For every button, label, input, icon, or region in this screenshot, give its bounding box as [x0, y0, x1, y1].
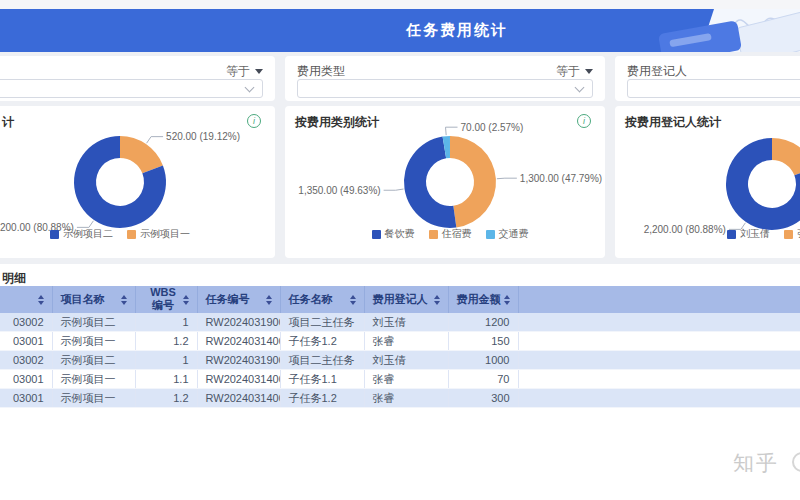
expense-detail-table: 项目名称WBS 编号任务编号任务名称费用登记人费用金额03002示例项目二1RW… [0, 286, 800, 408]
table-cell: 子任务1.2 [280, 332, 364, 351]
leader-line [384, 189, 404, 190]
sort-icon[interactable] [183, 295, 189, 305]
filter-label: 费用类型 [297, 63, 345, 80]
table-cell: 1.2 [135, 389, 197, 408]
table-cell: 1 [135, 351, 197, 370]
table-cell: 1.1 [135, 370, 197, 389]
legend-label: 交通费 [499, 227, 529, 241]
table-cell: 70 [448, 370, 518, 389]
chart-legend: 餐饮费住宿费交通费 [325, 227, 575, 241]
column-header [518, 286, 800, 313]
table-cell: 1 [135, 313, 197, 332]
table-cell [518, 351, 800, 370]
table-cell: 示例项目二 [52, 351, 135, 370]
card-stripe [669, 33, 712, 47]
column-label: 任务名称 [289, 292, 333, 307]
table-cell: 03001 [0, 389, 52, 408]
table-cell: 03001 [0, 332, 52, 351]
filter-card-registrant: 费用登记人 [615, 56, 800, 101]
chevron-down-icon [575, 83, 585, 93]
match-operator-dropdown[interactable]: 等于 [226, 63, 263, 80]
legend-item[interactable]: 住宿费 [429, 227, 472, 241]
chart-legend: 刘玉倩张睿 [647, 227, 800, 241]
table-row[interactable]: 03002示例项目二1RW20240319005项目二主任务刘玉倩1000 [0, 351, 800, 370]
column-label: 费用金额 [457, 292, 501, 307]
sort-icon[interactable] [266, 295, 272, 305]
operator-label: 等于 [226, 63, 250, 80]
table-row[interactable]: 03001示例项目一1.2RW20240314006子任务1.2张睿150 [0, 332, 800, 351]
table-cell: 1000 [448, 351, 518, 370]
legend-marker-icon [429, 230, 438, 239]
project-select[interactable] [0, 79, 263, 98]
sort-icon[interactable] [350, 295, 356, 305]
legend-item[interactable]: 刘玉倩 [727, 227, 770, 241]
table-cell: 项目二主任务 [280, 313, 364, 332]
column-header[interactable] [0, 286, 52, 313]
column-header[interactable]: WBS 编号 [135, 286, 197, 313]
sort-icon[interactable] [121, 295, 127, 305]
table-cell: 150 [448, 332, 518, 351]
column-label: 项目名称 [61, 292, 105, 307]
caret-down-icon [255, 69, 263, 74]
table-cell: RW20240314005 [197, 370, 280, 389]
registrant-select[interactable] [627, 79, 800, 98]
legend-item[interactable]: 餐饮费 [372, 227, 415, 241]
table-row[interactable]: 03001示例项目一1.2RW20240314006子任务1.2张睿300 [0, 389, 800, 408]
legend-marker-icon [50, 230, 59, 239]
table-cell: 03002 [0, 313, 52, 332]
match-operator-dropdown[interactable]: 等于 [556, 63, 593, 80]
column-header[interactable]: 任务名称 [280, 286, 364, 313]
table-cell [518, 313, 800, 332]
table-header-row: 项目名称WBS 编号任务编号任务名称费用登记人费用金额 [0, 286, 800, 313]
table-row[interactable]: 03002示例项目二1RW20240319005项目二主任务刘玉倩1200 [0, 313, 800, 332]
table-cell: 项目二主任务 [280, 351, 364, 370]
sort-icon[interactable] [434, 295, 440, 305]
column-header[interactable]: 项目名称 [52, 286, 135, 313]
chart-legend: 示例项目二示例项目一 [0, 227, 245, 241]
legend-item[interactable]: 张睿 [784, 227, 800, 241]
column-label: 任务编号 [206, 292, 250, 307]
legend-item[interactable]: 示例项目一 [127, 227, 190, 241]
table-cell: 张睿 [364, 389, 448, 408]
table-cell: 张睿 [364, 332, 448, 351]
filter-card-expense-type: 费用类型 等于 [285, 56, 605, 101]
legend-item[interactable]: 示例项目二 [50, 227, 113, 241]
column-label: 费用登记人 [373, 292, 428, 307]
legend-item[interactable]: 交通费 [486, 227, 529, 241]
table-cell: 1.2 [135, 332, 197, 351]
table-cell: 示例项目一 [52, 389, 135, 408]
legend-label: 示例项目二 [63, 227, 113, 241]
chart-card-registrant: 按费用登记人统计 i 2,200.00 (80.88%) 刘玉倩张睿 [615, 106, 800, 258]
table-cell: RW20240314006 [197, 332, 280, 351]
expense-type-select[interactable] [297, 79, 593, 98]
column-header[interactable]: 任务编号 [197, 286, 280, 313]
slice-label: 70.00 (2.57%) [461, 122, 524, 133]
column-header[interactable]: 费用登记人 [364, 286, 448, 313]
table-row[interactable]: 03001示例项目一1.1RW20240314005子任务1.1张睿70 [0, 370, 800, 389]
donut-slice[interactable] [120, 136, 163, 173]
table-cell: 刘玉倩 [364, 351, 448, 370]
top-strip [0, 0, 800, 9]
table-cell: 示例项目二 [52, 313, 135, 332]
legend-marker-icon [372, 230, 381, 239]
donut-slice[interactable] [772, 138, 800, 175]
table-cell: 03002 [0, 351, 52, 370]
table-cell [518, 332, 800, 351]
app-root: 任务费用统计 等于 费用类型 等于 [0, 0, 800, 500]
column-header[interactable]: 费用金额 [448, 286, 518, 313]
table-cell [518, 389, 800, 408]
slice-label: 1,350.00 (49.63%) [298, 185, 380, 196]
table-cell: 刘玉倩 [364, 313, 448, 332]
donut-slice[interactable] [450, 136, 496, 228]
sort-icon[interactable] [38, 295, 44, 305]
slice-label: 520.00 (19.12%) [166, 131, 240, 142]
legend-label: 餐饮费 [385, 227, 415, 241]
legend-label: 住宿费 [442, 227, 472, 241]
filter-label: 费用登记人 [627, 63, 687, 80]
sort-icon[interactable] [504, 295, 510, 305]
table-cell: RW20240319005 [197, 351, 280, 370]
legend-label: 刘玉倩 [740, 227, 770, 241]
legend-marker-icon [727, 230, 736, 239]
filter-chart-band: 等于 费用类型 等于 费用登记人 计 i [0, 52, 800, 264]
chart-card-expense-category: 按费用类别统计 i 1,300.00 (47.79%)1,350.00 (49.… [285, 106, 605, 258]
